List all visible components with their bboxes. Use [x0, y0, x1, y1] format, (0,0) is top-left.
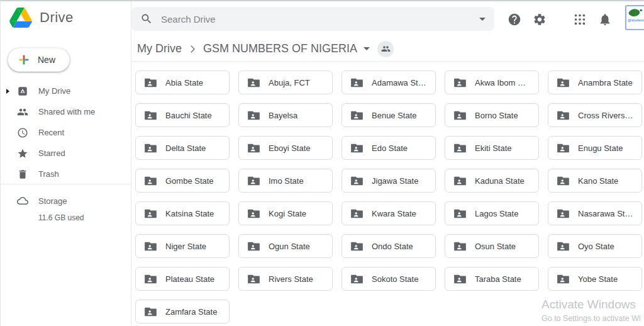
- shared-folder-icon: [144, 274, 157, 284]
- help-icon[interactable]: [508, 13, 521, 26]
- breadcrumb-root[interactable]: My Drive: [137, 42, 182, 55]
- folder-name: Katsina State: [165, 209, 214, 218]
- shared-folder-icon: [350, 110, 364, 121]
- avatar-graphic: [628, 7, 644, 18]
- folder-card[interactable]: Eboyi State: [238, 136, 333, 160]
- folder-name: Adamawa State: [372, 78, 428, 87]
- folder-card[interactable]: Katsina State: [135, 201, 230, 225]
- shared-folder-icon: [453, 208, 467, 219]
- drive-logo[interactable]: Drive: [9, 8, 74, 28]
- shared-folder-icon: [247, 274, 260, 284]
- shared-folder-icon: [247, 241, 260, 252]
- shared-folder-icon: [144, 208, 157, 219]
- folder-card[interactable]: Abia State: [135, 70, 230, 94]
- settings-gear-icon[interactable]: [533, 13, 547, 26]
- folder-card[interactable]: Enugu State: [548, 136, 642, 160]
- shared-folder-badge: [377, 41, 394, 57]
- folder-card[interactable]: Akwa Ibom State: [445, 70, 539, 94]
- shared-folder-icon: [144, 77, 157, 88]
- drive-logo-icon: [9, 8, 32, 28]
- folder-name: Niger State: [165, 242, 206, 251]
- shared-folder-icon: [557, 208, 570, 219]
- shared-folder-icon: [247, 77, 260, 88]
- folder-card[interactable]: Cross Rivers Stat...: [548, 103, 642, 127]
- folder-card[interactable]: Taraba State: [445, 267, 539, 291]
- breadcrumb-current-folder[interactable]: GSM NUMBERS OF NIGERIA: [203, 42, 357, 55]
- storage-item[interactable]: Storage: [1, 192, 131, 210]
- folder-card[interactable]: Ondo State: [341, 234, 436, 258]
- folder-card[interactable]: Ekiti State: [445, 136, 539, 160]
- folder-name: Kaduna State: [475, 176, 525, 186]
- sidebar-item-recent[interactable]: Recent: [1, 122, 131, 143]
- folder-card[interactable]: Bayelsa: [238, 103, 333, 127]
- folder-menu-caret-icon[interactable]: [364, 47, 370, 50]
- folder-name: Yobe State: [578, 274, 618, 284]
- folder-card[interactable]: Delta State: [135, 136, 230, 160]
- sidebar-nav: My Drive Shared with me Recent Starred T…: [1, 81, 131, 184]
- folder-name: Delta State: [165, 143, 206, 153]
- folder-card[interactable]: Ogun State: [238, 234, 333, 258]
- folder-card[interactable]: Lagos State: [445, 201, 539, 225]
- shared-folder-icon: [247, 208, 260, 219]
- folder-card[interactable]: Borno State: [445, 103, 539, 127]
- folder-card[interactable]: Anambra State: [548, 70, 642, 94]
- folder-name: Akwa Ibom State: [475, 78, 531, 87]
- folder-name: Kano State: [578, 176, 618, 186]
- folder-name: Oyo State: [578, 242, 614, 251]
- folder-card[interactable]: Bauchi State: [135, 103, 230, 127]
- folder-card[interactable]: Sokoto State: [341, 267, 436, 291]
- folder-card[interactable]: Plateau State: [135, 267, 230, 291]
- top-bar: @student: [131, 1, 644, 37]
- folder-card[interactable]: Oyo State: [548, 234, 642, 258]
- folder-card[interactable]: Osun State: [445, 234, 539, 258]
- trash-icon: [17, 169, 28, 180]
- folder-name: Taraba State: [475, 274, 521, 284]
- folder-card[interactable]: Benue State: [341, 103, 436, 127]
- folder-card[interactable]: Jigawa State: [341, 169, 436, 193]
- shared-folder-icon: [557, 143, 570, 154]
- folder-name: Kogi State: [269, 209, 306, 218]
- folder-name: Sokoto State: [372, 274, 418, 284]
- shared-folder-icon: [453, 143, 467, 154]
- sidebar-item-starred[interactable]: Starred: [1, 143, 131, 164]
- search-input[interactable]: [161, 14, 479, 25]
- folder-card[interactable]: Zamfara State: [135, 300, 230, 323]
- storage-section[interactable]: Storage 11.6 GB used: [1, 192, 131, 222]
- shared-folder-icon: [557, 274, 570, 284]
- folder-name: Enugu State: [578, 143, 623, 153]
- folder-card[interactable]: Imo State: [238, 169, 333, 193]
- account-avatar[interactable]: @student: [625, 5, 644, 30]
- folder-name: Abuja, FCT: [269, 78, 310, 87]
- notifications-bell-icon[interactable]: [598, 13, 612, 26]
- folder-card[interactable]: Niger State: [135, 234, 230, 258]
- folder-name: Lagos State: [475, 209, 518, 218]
- folder-card[interactable]: Nasarawa State: [548, 201, 642, 225]
- new-button[interactable]: New: [8, 48, 70, 72]
- people-icon: [17, 106, 28, 118]
- shared-folder-icon: [350, 77, 364, 88]
- search-bar[interactable]: [131, 7, 494, 31]
- shared-folder-icon: [453, 274, 467, 284]
- new-button-label: New: [38, 55, 55, 65]
- folder-card[interactable]: Adamawa State: [341, 70, 436, 94]
- folder-card[interactable]: Rivers State: [238, 267, 333, 291]
- folder-card[interactable]: Edo State: [341, 136, 436, 160]
- folder-card[interactable]: Kogi State: [238, 201, 333, 225]
- folder-name: Eboyi State: [269, 143, 311, 153]
- folder-card[interactable]: Gombe State: [135, 169, 230, 193]
- plus-icon: [17, 53, 31, 67]
- folder-card[interactable]: Yobe State: [548, 267, 642, 291]
- folder-card[interactable]: Abuja, FCT: [238, 70, 333, 94]
- shared-folder-icon: [144, 176, 157, 186]
- sidebar-item-my-drive[interactable]: My Drive: [1, 81, 131, 101]
- folder-card[interactable]: Kano State: [548, 169, 642, 193]
- search-options-caret-icon[interactable]: [479, 18, 486, 21]
- folder-card[interactable]: Kwara State: [341, 201, 436, 225]
- shared-folder-icon: [350, 274, 364, 284]
- search-icon[interactable]: [140, 13, 153, 25]
- apps-grid-icon[interactable]: [573, 13, 587, 26]
- folder-card[interactable]: Kaduna State: [445, 169, 539, 193]
- expand-caret-icon[interactable]: [6, 89, 9, 94]
- sidebar-item-trash[interactable]: Trash: [1, 164, 131, 184]
- sidebar-item-shared-with-me[interactable]: Shared with me: [1, 101, 131, 122]
